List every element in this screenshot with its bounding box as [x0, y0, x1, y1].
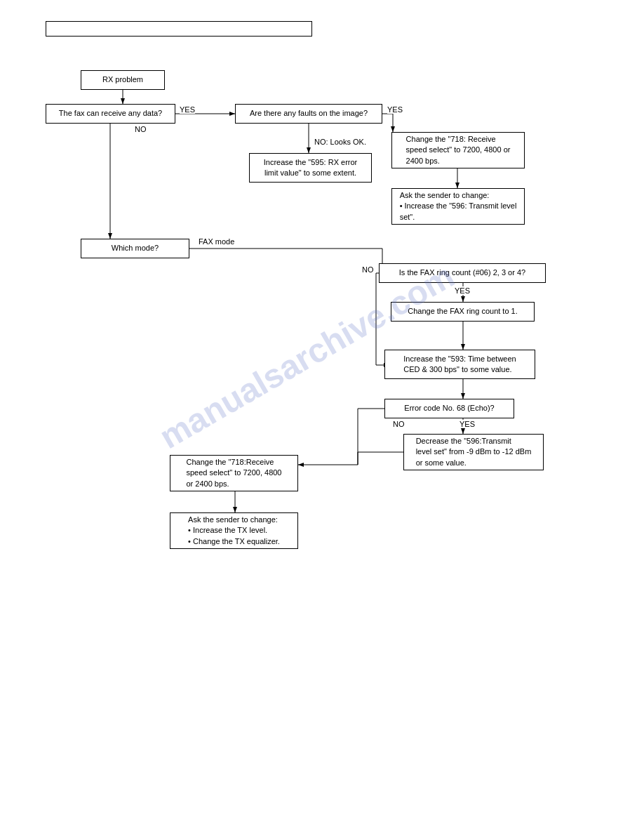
ask-sender-1-label: Ask the sender to change: • Increase the… — [400, 190, 517, 223]
rx-problem-label: RX problem — [102, 74, 143, 85]
change-fax-ring-label: Change the FAX ring count to 1. — [408, 306, 518, 317]
ask-sender-2-box: Ask the sender to change: • Increase the… — [170, 512, 298, 549]
faults-image-box: Are there any faults on the image? — [235, 104, 382, 124]
increase-593-box: Increase the "593: Time between CED & 30… — [384, 350, 535, 379]
change-718-receive2-label: Change the "718:Receive speed select" to… — [186, 457, 281, 489]
faults-image-label: Are there any faults on the image? — [250, 108, 368, 119]
increase-595-box: Increase the "595: RX error limit value"… — [249, 153, 372, 183]
no3-label: NO — [393, 420, 405, 428]
change-718-receive2-box: Change the "718:Receive speed select" to… — [170, 455, 298, 491]
ask-sender-1-box: Ask the sender to change: • Increase the… — [391, 188, 525, 225]
which-mode-box: Which mode? — [81, 239, 189, 258]
header-bar — [46, 21, 312, 37]
yes3-label: YES — [455, 286, 470, 295]
decrease-596-label: Decrease the "596:Transmit level set" fr… — [416, 436, 532, 468]
no1-label: NO — [135, 125, 147, 133]
flowchart-arrows — [0, 0, 644, 834]
change-718-receive-label: Change the "718: Receive speed select" t… — [406, 134, 511, 166]
fax-receive-label: The fax can receive any data? — [59, 108, 162, 119]
fax-ring-count-box: Is the FAX ring count (#06) 2, 3 or 4? — [379, 263, 546, 283]
flowchart-container: RX problem The fax can receive any data?… — [0, 0, 644, 834]
yes2-label: YES — [387, 105, 403, 114]
no-looks-ok-label: NO: Looks OK. — [314, 138, 366, 146]
decrease-596-box: Decrease the "596:Transmit level set" fr… — [403, 434, 544, 470]
fax-ring-count-label: Is the FAX ring count (#06) 2, 3 or 4? — [399, 267, 525, 278]
increase-593-label: Increase the "593: Time between CED & 30… — [403, 354, 516, 376]
which-mode-label: Which mode? — [112, 243, 159, 253]
ask-sender-2-label: Ask the sender to change: • Increase the… — [188, 515, 280, 547]
error-code-68-label: Error code No. 68 (Echo)? — [404, 403, 494, 413]
change-718-receive-box: Change the "718: Receive speed select" t… — [391, 132, 525, 168]
fax-receive-box: The fax can receive any data? — [46, 104, 175, 124]
yes1-label: YES — [180, 105, 195, 114]
fax-mode-label: FAX mode — [199, 237, 234, 246]
increase-595-label: Increase the "595: RX error limit value"… — [264, 157, 358, 179]
error-code-68-box: Error code No. 68 (Echo)? — [384, 399, 514, 418]
rx-problem-box: RX problem — [81, 70, 165, 90]
yes4-label: YES — [459, 420, 475, 428]
no2-label: NO — [362, 265, 374, 274]
change-fax-ring-box: Change the FAX ring count to 1. — [391, 302, 535, 322]
